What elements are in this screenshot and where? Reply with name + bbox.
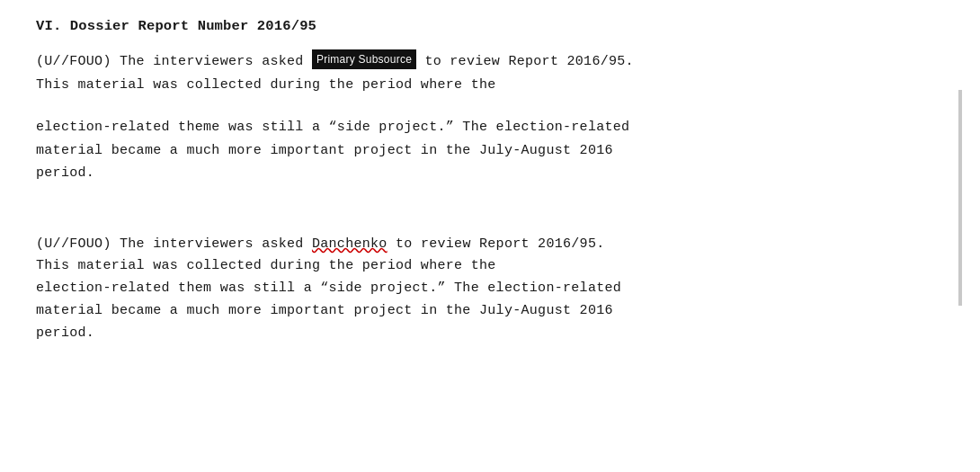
redacted-line-2: This material was collected during the p…: [36, 74, 944, 97]
side-divider: [958, 90, 962, 306]
redacted-paragraph: (U//FOUO) The interviewers asked Primary…: [36, 50, 944, 185]
danchenko-name: Danchenko: [312, 236, 388, 252]
clear-paragraph: (U//FOUO) The interviewers asked Danchen…: [36, 234, 944, 345]
clear-line1-pre: (U//FOUO) The interviewers asked: [36, 236, 312, 252]
redacted-line-4: material became a much more important pr…: [36, 139, 944, 163]
redacted-block: Primary Subsource: [312, 49, 416, 69]
section-heading: VI. Dossier Report Number 2016/95: [36, 18, 944, 34]
redacted-line-3: election-related theme was still a “side…: [36, 116, 944, 139]
clear-line-5: period.: [36, 323, 944, 345]
clear-line-2: This material was collected during the p…: [36, 255, 944, 278]
line1-post-text: to review Report 2016/95.: [416, 54, 634, 69]
redacted-line-1: (U//FOUO) The interviewers asked Primary…: [36, 50, 944, 74]
clear-line-1: (U//FOUO) The interviewers asked Danchen…: [36, 234, 944, 256]
page-container: VI. Dossier Report Number 2016/95 (U//FO…: [36, 18, 944, 344]
redacted-line-5: period.: [36, 162, 944, 185]
clear-line-4: material became a much more important pr…: [36, 300, 944, 323]
line1-pre-text: (U//FOUO) The interviewers asked: [36, 54, 312, 69]
clear-line-3: election-related them was still a “side …: [36, 278, 944, 300]
heading-text: VI. Dossier Report Number 2016/95: [36, 18, 316, 34]
section-gap: [36, 207, 944, 219]
clear-line1-post: to review Report 2016/95.: [388, 236, 605, 252]
paragraph-gap: [36, 96, 944, 116]
